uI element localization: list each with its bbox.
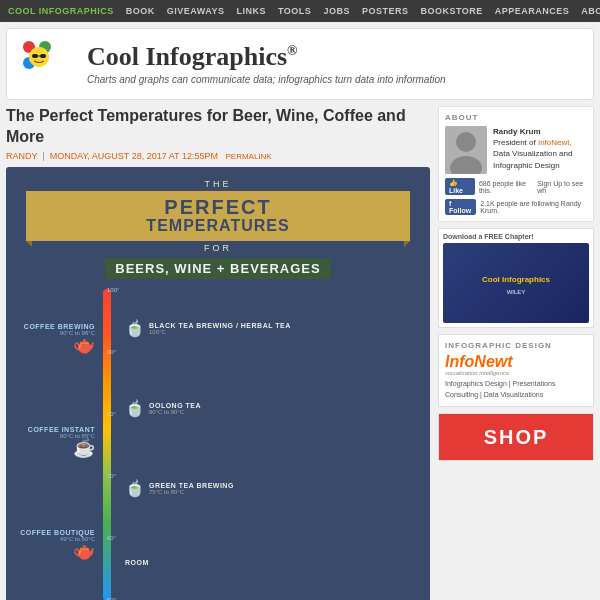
- right-column: 🍵 Black Tea Brewing / Herbal Tea 100°C 🍵…: [119, 287, 426, 600]
- author-photo: [445, 126, 487, 174]
- infonewt-logo-main: Info: [445, 353, 474, 370]
- banner-the: THE: [16, 179, 420, 189]
- like-count: 686 people like this.: [479, 180, 533, 194]
- about-inner: Randy Krum President of InfoNewt, Data V…: [445, 126, 587, 174]
- scale-70: 70°: [107, 473, 119, 479]
- author-name: Randy Krum: [493, 127, 541, 136]
- like-bar: 👍 Like 686 people like this. Sign Up to …: [445, 178, 587, 195]
- article-title: The Perfect Temperatures for Beer, Wine,…: [6, 106, 430, 148]
- book-cover-subtitle: WILEY: [478, 289, 554, 295]
- article-permalink[interactable]: Permalink: [225, 152, 271, 161]
- about-president: President of: [493, 138, 538, 147]
- svg-point-9: [456, 132, 476, 152]
- left-item-coffee-instant: Coffee Instant 80°C to 85°C ☕: [28, 426, 95, 457]
- banner-ribbon: PERFECT TEMPERATURES: [26, 191, 410, 241]
- left-column: Coffee Brewing 90°C to 96°C 🫖 Coffee Ins…: [10, 287, 95, 600]
- about-section: About Randy Krum President of InfoNewt, …: [438, 106, 594, 222]
- book-download-title: Download a FREE Chapter!: [443, 233, 589, 240]
- left-item-coffee-boutique: Coffee Boutique 49°C to 60°C 🫖: [20, 529, 95, 560]
- right-item-black-tea: 🍵 Black Tea Brewing / Herbal Tea 100°C: [125, 319, 426, 338]
- black-tea-icon: 🍵: [125, 319, 145, 338]
- site-title: Cool Infographics®: [87, 43, 446, 72]
- nav-item-cool[interactable]: Cool Infographics: [8, 6, 114, 16]
- banner-for: FOR: [16, 243, 420, 253]
- nav-item-book[interactable]: Book: [126, 6, 155, 16]
- nav-item-giveaways[interactable]: Giveaways: [167, 6, 225, 16]
- svg-rect-6: [40, 54, 46, 58]
- banner-temperatures: TEMPERATURES: [46, 217, 390, 235]
- follow-count: 2.1K people are following Randy Krum.: [480, 200, 587, 214]
- oolong-icon: 🍵: [125, 399, 145, 418]
- right-item-green-tea: 🍵 Green Tea Brewing 75°C to 80°C: [125, 479, 426, 498]
- scale-90: 90°: [107, 349, 119, 355]
- infonewt-tagline: visualization intelligence: [445, 370, 587, 376]
- infographic: THE PERFECT TEMPERATURES FOR BEERS, WINE…: [6, 167, 430, 600]
- book-cover[interactable]: Cool Infographics WILEY: [443, 243, 589, 323]
- like-suffix: Sign Up to see wh: [537, 180, 587, 194]
- like-button[interactable]: 👍 Like: [445, 178, 475, 195]
- svg-rect-5: [32, 54, 38, 58]
- nav-item-tools[interactable]: Tools: [278, 6, 311, 16]
- green-tea-icon: 🍵: [125, 479, 145, 498]
- banner: THE PERFECT TEMPERATURES FOR BEERS, WINE…: [6, 167, 430, 287]
- left-content: The Perfect Temperatures for Beer, Wine,…: [6, 106, 430, 600]
- infonewt-service1: Infographics Design | Presentations: [445, 379, 587, 390]
- thermometer-column: 100° 90° 80° 70° 60° 50°: [97, 287, 117, 600]
- coffee-instant-icon: ☕: [73, 439, 95, 457]
- infonewt-service2: Consulting | Data Visualizations: [445, 390, 587, 401]
- shop-section[interactable]: SHOP: [438, 413, 594, 461]
- nav-item-jobs[interactable]: Jobs: [323, 6, 350, 16]
- right-sidebar: About Randy Krum President of InfoNewt, …: [438, 106, 594, 600]
- infonewt-section-title: Infographic Design: [445, 341, 587, 350]
- scale-80: 80°: [107, 411, 119, 417]
- infonewt-logo[interactable]: InfoNewt: [445, 354, 587, 370]
- scale-100: 100°: [107, 287, 119, 293]
- infonewt-section: Infographic Design InfoNewt visualizatio…: [438, 334, 594, 407]
- nav-item-links[interactable]: Links: [237, 6, 267, 16]
- coffee-brewing-icon: 🫖: [73, 336, 95, 354]
- follow-button[interactable]: f Follow: [445, 199, 476, 215]
- navbar: Cool Infographics Book Giveaways Links T…: [0, 0, 600, 22]
- svg-point-4: [29, 47, 49, 67]
- article-meta: Randy | Monday, August 28, 2017 at 12:55…: [6, 151, 430, 161]
- right-item-oolong: 🍵 Oolong Tea 80°C to 90°C: [125, 399, 426, 418]
- site-tagline: Charts and graphs can communicate data; …: [87, 74, 446, 85]
- about-desc: Data Visualization and Infographic Desig…: [493, 149, 572, 169]
- shop-label: SHOP: [484, 426, 549, 449]
- article-date: Monday, August 28, 2017 at 12:55PM: [50, 151, 218, 161]
- thermometer-scale: 100° 90° 80° 70° 60° 50°: [107, 287, 119, 600]
- banner-beers: BEERS, WINE + BEVERAGES: [105, 258, 330, 279]
- nav-item-about[interactable]: About: [581, 6, 600, 16]
- chart-body: Coffee Brewing 90°C to 96°C 🫖 Coffee Ins…: [6, 287, 430, 600]
- nav-item-bookstore[interactable]: Bookstore: [420, 6, 482, 16]
- infonewt-logo-accent: Newt: [474, 353, 512, 370]
- main-content: The Perfect Temperatures for Beer, Wine,…: [6, 106, 594, 600]
- about-title: About: [445, 113, 587, 122]
- right-item-room: Room: [125, 559, 426, 566]
- article-author: Randy: [6, 151, 37, 161]
- site-header-text: Cool Infographics® Charts and graphs can…: [87, 43, 446, 85]
- follow-bar: f Follow 2.1K people are following Randy…: [445, 199, 587, 215]
- nav-item-posters[interactable]: Posters: [362, 6, 409, 16]
- infonewt-link[interactable]: InfoNewt,: [538, 138, 572, 147]
- coffee-boutique-icon: 🫖: [73, 542, 95, 560]
- scale-60: 60°: [107, 535, 119, 541]
- left-item-coffee-brewing: Coffee Brewing 90°C to 96°C 🫖: [24, 323, 95, 354]
- scale-50: 50°: [107, 597, 119, 600]
- site-header: Cool Infographics® Charts and graphs can…: [6, 28, 594, 100]
- book-cover-title: Cool Infographics: [478, 271, 554, 289]
- banner-perfect: PERFECT: [46, 197, 390, 217]
- nav-item-appearances[interactable]: Appearances: [495, 6, 570, 16]
- site-logo-icon: [19, 37, 73, 91]
- book-section: Download a FREE Chapter! Cool Infographi…: [438, 228, 594, 328]
- about-text: Randy Krum President of InfoNewt, Data V…: [493, 126, 587, 171]
- infonewt-services: Infographics Design | Presentations Cons…: [445, 379, 587, 400]
